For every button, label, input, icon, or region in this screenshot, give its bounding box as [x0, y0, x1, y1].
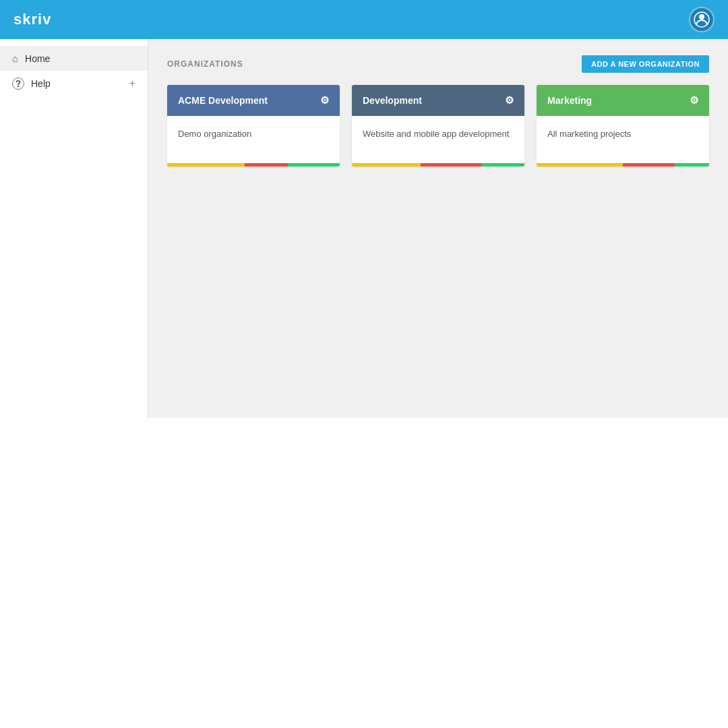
org-card-description-marketing: All marketing projects — [547, 128, 698, 140]
org-card-header-acme-development: ACME Development ⚙ — [167, 85, 340, 116]
org-card-description-development: Website and mobile app development — [363, 128, 514, 140]
org-card-progress-development — [352, 163, 524, 166]
org-card-title-marketing: Marketing — [547, 95, 592, 106]
org-card-header-marketing: Marketing ⚙ — [537, 85, 709, 116]
help-icon: ? — [12, 78, 24, 90]
org-card-gear-acme-development[interactable]: ⚙ — [320, 94, 329, 107]
org-card-body-acme-development: Demo organization — [167, 116, 340, 163]
navbar: skriv — [0, 0, 728, 39]
brand-logo: skriv — [13, 11, 51, 28]
org-card-header-development: Development ⚙ — [352, 85, 524, 116]
org-card-development[interactable]: Development ⚙ Website and mobile app dev… — [352, 85, 524, 166]
section-header: ORGANIZATIONS ADD A NEW ORGANIZATION — [167, 55, 709, 73]
org-card-gear-marketing[interactable]: ⚙ — [690, 94, 698, 107]
sidebar-item-home[interactable]: ⌂ Home — [0, 46, 148, 71]
org-card-title-acme-development: ACME Development — [178, 95, 268, 106]
app-layout: ⌂ Home ? Help + ORGANIZATIONS ADD A NEW … — [0, 39, 728, 418]
sidebar-item-help[interactable]: ? Help + — [0, 71, 148, 96]
org-card-progress-acme-development — [167, 163, 340, 166]
org-card-body-development: Website and mobile app development — [352, 116, 524, 163]
help-add-icon[interactable]: + — [129, 78, 135, 90]
org-card-marketing[interactable]: Marketing ⚙ All marketing projects — [537, 85, 709, 166]
organizations-grid: ACME Development ⚙ Demo organization Dev… — [167, 85, 709, 166]
org-card-progress-marketing — [537, 163, 709, 166]
main-content: ORGANIZATIONS ADD A NEW ORGANIZATION ACM… — [148, 39, 728, 418]
add-organization-button[interactable]: ADD A NEW ORGANIZATION — [582, 55, 709, 73]
sidebar-home-label: Home — [25, 53, 135, 64]
org-card-gear-development[interactable]: ⚙ — [505, 94, 514, 107]
home-icon: ⌂ — [12, 53, 18, 64]
org-card-body-marketing: All marketing projects — [537, 116, 709, 163]
svg-point-0 — [699, 14, 704, 20]
org-card-acme-development[interactable]: ACME Development ⚙ Demo organization — [167, 85, 340, 166]
section-title: ORGANIZATIONS — [167, 59, 243, 69]
org-card-description-acme-development: Demo organization — [178, 128, 329, 140]
user-avatar[interactable] — [689, 7, 715, 32]
sidebar-help-label: Help — [31, 78, 123, 89]
org-card-title-development: Development — [363, 95, 422, 106]
sidebar: ⌂ Home ? Help + — [0, 39, 148, 418]
